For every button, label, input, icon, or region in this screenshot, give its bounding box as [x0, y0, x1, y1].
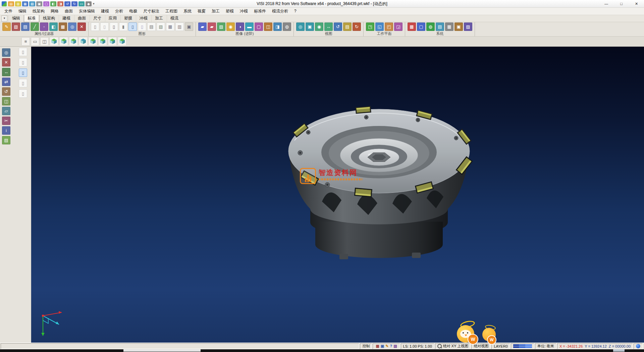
iso-back-view-icon[interactable]	[59, 37, 68, 46]
workplane-align-icon[interactable]: ◱	[375, 23, 384, 31]
ribbon-tab[interactable]: 曲面	[74, 14, 90, 22]
menu-item[interactable]: 文件	[1, 8, 15, 14]
scale-info[interactable]: LS: 1.00 PS: 1.00	[401, 343, 434, 349]
info-tool-icon[interactable]: i	[2, 126, 10, 135]
materials-icon[interactable]: ▰	[208, 23, 216, 31]
shaded-view-icon[interactable]: ▯	[110, 23, 118, 31]
user-profile-icon[interactable]: ▨	[464, 23, 472, 31]
top-view-icon[interactable]	[69, 37, 78, 46]
refresh-view-icon[interactable]: ↻	[353, 23, 361, 31]
tabbar-dropdown[interactable]: ▾	[1, 15, 7, 21]
textures-icon[interactable]: ▨	[217, 23, 225, 31]
help-icon[interactable]: ?	[389, 344, 393, 348]
shadows-icon[interactable]: ◑	[236, 23, 244, 31]
export-icon[interactable]: ◨	[57, 1, 63, 6]
lights-icon[interactable]: ◉	[226, 23, 235, 31]
snap-control[interactable]: 控制	[360, 343, 372, 349]
view-menu-icon[interactable]: ≡	[21, 37, 30, 46]
point-filter-icon[interactable]: ◦	[40, 23, 48, 31]
ribbon-tab[interactable]: 建模	[59, 14, 74, 22]
menu-item[interactable]: 模流分析	[269, 8, 291, 14]
display-mode-1-icon[interactable]: ▯	[19, 48, 27, 56]
viewport-canvas[interactable]: 智造资料网	[31, 46, 644, 343]
iso-view-icon[interactable]	[50, 37, 58, 46]
assembly-view-icon[interactable]: ▦	[166, 23, 174, 31]
edit-mode-icon[interactable]: ✎	[385, 344, 389, 348]
redo-icon[interactable]: ↻	[71, 1, 77, 6]
ribbon-tab[interactable]: 尺寸	[90, 14, 105, 22]
grid-settings-icon[interactable]: ▦	[445, 23, 453, 31]
line-type-filter-icon[interactable]: ╱	[31, 23, 39, 31]
menu-item[interactable]: 工程图	[162, 8, 180, 14]
screen-layout-icon[interactable]: ▭	[78, 1, 85, 6]
calculator-icon[interactable]: ▣	[454, 23, 463, 31]
display-mode-2-icon[interactable]: ▯	[19, 58, 27, 67]
network-icon[interactable]: ◍	[426, 23, 435, 31]
ribbon-tab[interactable]: 线架构	[39, 14, 59, 22]
display-mode-3-icon[interactable]: ▯	[19, 69, 27, 77]
ribbon-tab[interactable]: 模流	[167, 14, 182, 22]
move-tool-icon[interactable]: ⇄	[2, 78, 10, 86]
gallery-icon[interactable]: ◍	[283, 23, 291, 31]
shaded-edges-view-icon[interactable]: ▮	[119, 23, 127, 31]
menu-item[interactable]: 冲模	[237, 8, 251, 14]
ribbon-tab[interactable]: 应用	[105, 14, 120, 22]
options-icon[interactable]: ◆	[86, 1, 92, 6]
menu-item[interactable]: 视窗	[195, 8, 209, 14]
ribbon-tab[interactable]: 冲模	[136, 14, 151, 22]
ribbon-tab[interactable]: 塑膜	[120, 14, 136, 22]
bottom-view-icon[interactable]	[79, 37, 88, 46]
print-icon[interactable]: ▣	[36, 1, 42, 6]
rotate-view-icon[interactable]: ↺	[334, 23, 342, 31]
offset-tool-icon[interactable]: ▱	[2, 107, 10, 115]
menu-item[interactable]: ?	[291, 9, 300, 13]
zoom-previous-icon[interactable]: ◉	[315, 23, 323, 31]
world-toggle[interactable]	[634, 343, 643, 349]
menu-item[interactable]: 建模	[98, 8, 112, 14]
snapshot-icon[interactable]: ▢	[255, 23, 263, 31]
workplane-3point-icon[interactable]: ◰	[385, 23, 393, 31]
color-filter-icon[interactable]: ▧	[12, 23, 20, 31]
menu-item[interactable]: 线架构	[30, 8, 48, 14]
sheet-view-icon[interactable]: ▥	[175, 23, 184, 31]
single-view-icon[interactable]: ▭	[31, 37, 39, 46]
standard-views-icon[interactable]: ▤	[343, 23, 352, 31]
menu-item[interactable]: 分析	[112, 8, 126, 14]
menu-item[interactable]: 电极	[126, 8, 140, 14]
box-view-icon[interactable]: ▧	[157, 23, 165, 31]
undo-icon[interactable]: ↺	[64, 1, 70, 6]
menu-item[interactable]: 实体编辑	[76, 8, 98, 14]
attributes-icon[interactable]: ✎	[2, 23, 11, 31]
mirror-tool-icon[interactable]: ◫	[2, 97, 10, 105]
menu-item[interactable]: 网格	[48, 8, 62, 14]
screen-icon[interactable]: ▣	[380, 344, 385, 348]
surface-filter-icon[interactable]: ◧	[49, 23, 58, 31]
workplane-reset-icon[interactable]: ◲	[394, 23, 402, 31]
save-icon[interactable]: ▦	[22, 1, 28, 6]
layer-color-bars[interactable]	[511, 343, 534, 349]
menu-item[interactable]: 系统	[180, 8, 195, 14]
right-view-icon[interactable]	[118, 37, 126, 46]
menu-item[interactable]: 标准件	[251, 8, 269, 14]
transparency-icon[interactable]: ▯	[138, 23, 146, 31]
close-button[interactable]: ✕	[629, 0, 644, 7]
delete-tool-icon[interactable]: ✕	[2, 58, 10, 67]
layer-filter-icon[interactable]: ▤	[21, 23, 30, 31]
rotate-tool-icon[interactable]: ↺	[2, 87, 10, 96]
zoom-all-icon[interactable]: ◎	[296, 23, 305, 31]
section-icon[interactable]: ◫	[264, 23, 272, 31]
workplane-create-icon[interactable]: ◳	[366, 23, 374, 31]
database-icon[interactable]: ▤	[436, 23, 444, 31]
dynamic-shade-icon[interactable]: ▯	[128, 23, 137, 31]
zoom-tool-icon[interactable]: ◎	[2, 48, 10, 57]
multi-view-icon[interactable]: ◫	[40, 37, 49, 46]
color-palette-icon[interactable]: ▦	[408, 23, 416, 31]
import-icon[interactable]: ◧	[50, 1, 56, 6]
measure-tool-icon[interactable]: ↔	[2, 68, 10, 76]
draft-view-icon[interactable]: ▤	[147, 23, 156, 31]
layers-tool-icon[interactable]: ▤	[2, 136, 10, 144]
select-mode-icon[interactable]: ▦	[375, 344, 380, 348]
render-icon[interactable]: ▰	[198, 23, 207, 31]
zoom-window-icon[interactable]: ▣	[306, 23, 314, 31]
hidden-line-view-icon[interactable]: ▯	[100, 23, 109, 31]
